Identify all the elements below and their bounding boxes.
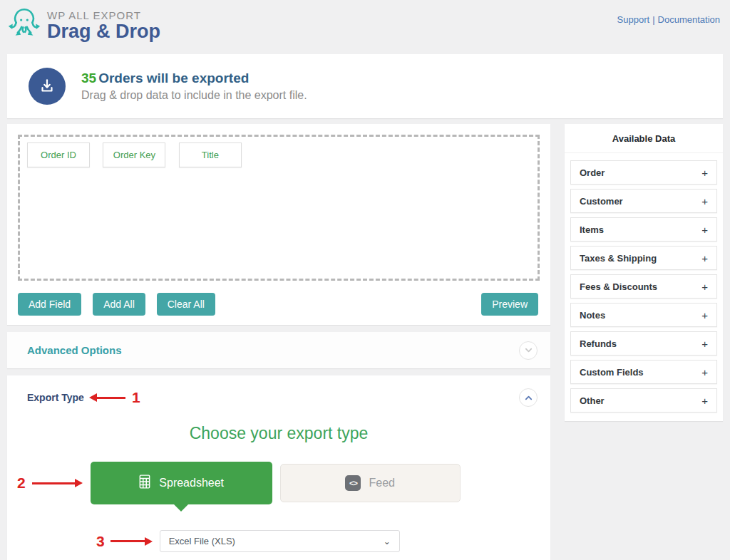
clear-all-button[interactable]: Clear All xyxy=(157,293,215,316)
brand: WP ALL EXPORT Drag & Drop xyxy=(6,6,160,46)
brand-small-title: WP ALL EXPORT xyxy=(47,9,160,21)
export-format-value: Excel File (XLS) xyxy=(169,536,235,546)
export-type-options: 2 Spreadsheet <> Feed xyxy=(7,462,550,504)
choose-export-type-heading: Choose your export type xyxy=(7,424,550,443)
sidebar-item-fees-discounts[interactable]: Fees & Discounts + xyxy=(570,274,717,299)
plus-icon: + xyxy=(701,366,708,378)
builder-actions: Add Field Add All Clear All Preview xyxy=(18,293,540,316)
sidebar-item-label: Order xyxy=(580,167,605,178)
preview-button[interactable]: Preview xyxy=(481,293,538,316)
plus-icon: + xyxy=(701,281,708,293)
feed-code-icon: <> xyxy=(345,475,361,491)
sidebar-item-label: Other xyxy=(580,395,605,406)
brand-text: WP ALL EXPORT Drag & Drop xyxy=(47,9,160,43)
sidebar-item-custom-fields[interactable]: Custom Fields + xyxy=(570,360,717,384)
header-links: Support|Documentation xyxy=(617,6,720,25)
sidebar-title: Available Data xyxy=(565,124,723,153)
export-type-title: Export Type xyxy=(27,392,84,403)
feed-label: Feed xyxy=(369,477,394,489)
spreadsheet-label: Spreadsheet xyxy=(159,477,224,489)
content: Order ID Order Key Title Add Field Add A… xyxy=(7,124,723,560)
sidebar-item-customer[interactable]: Customer + xyxy=(570,189,717,213)
sidebar-item-order[interactable]: Order + xyxy=(570,160,717,185)
feed-button[interactable]: <> Feed xyxy=(280,464,461,502)
add-all-button[interactable]: Add All xyxy=(93,293,145,316)
spreadsheet-icon xyxy=(138,475,151,492)
sidebar-item-refunds[interactable]: Refunds + xyxy=(570,331,717,356)
chevron-up-icon[interactable] xyxy=(519,388,538,407)
drag-drop-zone[interactable]: Order ID Order Key Title xyxy=(18,135,540,281)
plus-icon: + xyxy=(701,224,708,236)
advanced-options-title: Advanced Options xyxy=(27,344,122,356)
sidebar-item-label: Fees & Discounts xyxy=(580,281,657,292)
advanced-options-panel[interactable]: Advanced Options xyxy=(7,332,550,368)
sidebar-item-label: Items xyxy=(580,224,604,235)
sidebar-item-items[interactable]: Items + xyxy=(570,217,717,242)
sidebar-item-label: Custom Fields xyxy=(580,367,644,378)
plus-icon: + xyxy=(701,195,708,207)
documentation-link[interactable]: Documentation xyxy=(658,14,720,25)
annotation-arrow-1: 1 xyxy=(89,389,140,406)
plus-icon: + xyxy=(701,309,708,321)
sidebar-items: Order + Customer + Items + Taxes & Shipp… xyxy=(565,153,723,413)
field-chip-title[interactable]: Title xyxy=(179,142,242,167)
arrow-left-icon xyxy=(89,393,97,402)
banner-title-text: Orders will be exported xyxy=(98,71,249,85)
arrow-right-icon xyxy=(75,479,83,487)
sidebar-item-notes[interactable]: Notes + xyxy=(570,303,717,327)
octopus-logo-icon xyxy=(6,6,43,46)
page: WP ALL EXPORT Drag & Drop Support|Docume… xyxy=(0,0,730,560)
banner-subtitle: Drag & drop data to include in the expor… xyxy=(81,89,307,102)
field-chip-order-key[interactable]: Order Key xyxy=(103,142,165,167)
chevron-down-icon: ⌄ xyxy=(384,536,391,546)
available-data-sidebar: Available Data Order + Customer + Items … xyxy=(565,124,723,421)
annotation-number: 2 xyxy=(17,475,26,492)
download-icon xyxy=(29,68,66,105)
banner-title: 35Orders will be exported xyxy=(81,71,307,86)
spreadsheet-button[interactable]: Spreadsheet xyxy=(91,462,272,504)
export-type-panel: Export Type 1 Choose your export type 2 xyxy=(7,375,550,560)
export-count: 35 xyxy=(81,71,96,85)
annotation-number: 1 xyxy=(132,389,140,406)
export-format-row: 3 Excel File (XLS) ⌄ xyxy=(7,530,550,552)
annotation-arrow-2: 2 xyxy=(17,475,83,492)
sidebar-item-label: Taxes & Shipping xyxy=(580,253,657,264)
banner-text: 35Orders will be exported Drag & drop da… xyxy=(81,71,307,102)
plus-icon: + xyxy=(701,167,708,179)
sidebar-item-label: Notes xyxy=(580,310,605,321)
export-format-select[interactable]: Excel File (XLS) ⌄ xyxy=(160,530,400,552)
arrow-right-icon xyxy=(145,537,153,546)
export-type-header: Export Type 1 xyxy=(7,375,550,407)
plus-icon: + xyxy=(701,252,708,264)
sidebar-item-label: Refunds xyxy=(580,338,617,349)
sidebar-item-taxes-shipping[interactable]: Taxes & Shipping + xyxy=(570,246,717,270)
page-title: Drag & Drop xyxy=(47,21,160,43)
header: WP ALL EXPORT Drag & Drop Support|Docume… xyxy=(0,0,730,51)
add-field-button[interactable]: Add Field xyxy=(18,293,81,316)
export-summary-banner: 35Orders will be exported Drag & drop da… xyxy=(7,54,723,118)
annotation-number: 3 xyxy=(96,533,105,550)
links-separator: | xyxy=(652,14,654,25)
plus-icon: + xyxy=(701,338,708,350)
field-chip-order-id[interactable]: Order ID xyxy=(27,142,90,167)
field-builder-panel: Order ID Order Key Title Add Field Add A… xyxy=(7,124,550,325)
sidebar-item-other[interactable]: Other + xyxy=(570,388,717,413)
main-column: Order ID Order Key Title Add Field Add A… xyxy=(7,124,550,560)
plus-icon: + xyxy=(701,395,708,407)
chevron-down-icon[interactable] xyxy=(519,341,538,360)
sidebar-item-label: Customer xyxy=(580,196,623,207)
support-link[interactable]: Support xyxy=(617,14,650,25)
annotation-arrow-3: 3 xyxy=(96,533,153,550)
